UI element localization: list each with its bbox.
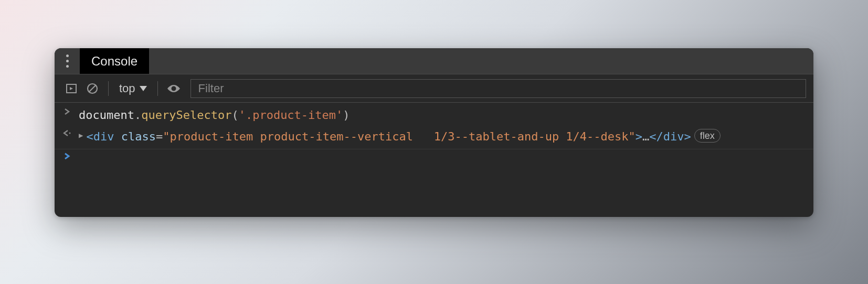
console-prompt-row[interactable] bbox=[55, 149, 813, 161]
console-input-code[interactable]: document.querySelector('.product-item') bbox=[79, 106, 350, 124]
context-label: top bbox=[119, 82, 135, 95]
more-options-button[interactable] bbox=[55, 48, 80, 74]
svg-marker-1 bbox=[70, 87, 73, 90]
clear-icon bbox=[86, 82, 99, 95]
console-output: document.querySelector('.product-item') … bbox=[55, 103, 813, 217]
prompt-caret-icon bbox=[62, 150, 72, 160]
input-caret-icon bbox=[62, 106, 72, 115]
flex-badge[interactable]: flex bbox=[694, 129, 721, 143]
console-result-row: ▶<div class="product-item product-item--… bbox=[55, 125, 813, 149]
toolbar-divider bbox=[108, 81, 109, 96]
context-selector[interactable]: top bbox=[115, 82, 151, 95]
toolbar-divider bbox=[157, 81, 158, 96]
sidebar-icon bbox=[66, 83, 77, 94]
chevron-down-icon bbox=[140, 86, 147, 91]
svg-point-4 bbox=[69, 133, 71, 134]
console-result-element[interactable]: ▶<div class="product-item product-item--… bbox=[79, 127, 721, 146]
output-caret-icon bbox=[62, 127, 72, 137]
toggle-sidebar-button[interactable] bbox=[62, 79, 81, 98]
live-expression-button[interactable] bbox=[164, 79, 183, 98]
console-toolbar: top bbox=[55, 74, 813, 103]
tab-label: Console bbox=[91, 54, 137, 69]
console-input-row: document.querySelector('.product-item') bbox=[55, 105, 813, 125]
kebab-icon bbox=[66, 54, 69, 68]
tab-console[interactable]: Console bbox=[80, 48, 149, 74]
devtools-panel: Console top bbox=[55, 48, 813, 217]
filter-input[interactable] bbox=[190, 79, 806, 98]
clear-console-button[interactable] bbox=[83, 79, 102, 98]
svg-line-3 bbox=[89, 85, 96, 92]
expand-triangle-icon[interactable]: ▶ bbox=[79, 129, 83, 141]
tab-bar: Console bbox=[55, 48, 813, 74]
eye-icon bbox=[166, 83, 181, 94]
